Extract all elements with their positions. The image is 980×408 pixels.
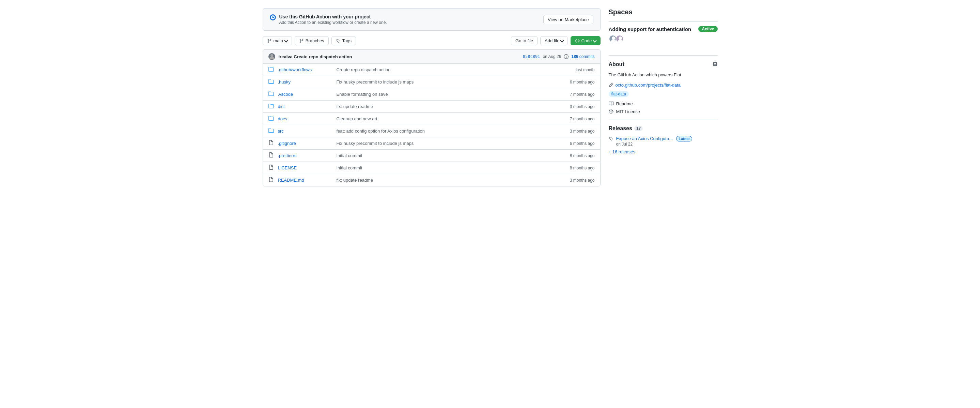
file-date: 3 months ago	[570, 129, 595, 134]
commit-hash[interactable]: 858c891	[523, 54, 540, 59]
folder-icon	[269, 67, 274, 73]
code-icon	[575, 38, 580, 43]
about-section: About The GitHub Action which powers Fla…	[609, 55, 718, 114]
release-info: Expose an Axios Configura... Latest on J…	[616, 135, 692, 147]
file-icon	[269, 177, 274, 183]
svg-point-1	[270, 54, 273, 57]
link-icon	[609, 83, 614, 87]
folder-icon	[269, 116, 274, 122]
book-icon	[609, 101, 614, 106]
file-name[interactable]: .gitignore	[278, 141, 332, 146]
file-date: 6 months ago	[570, 80, 595, 84]
table-row: .vscodeEnable formatting on save7 months…	[263, 88, 600, 100]
release-name[interactable]: Expose an Axios Configura...	[616, 136, 673, 141]
banner-text: Use this GitHub Action with your project…	[279, 14, 387, 25]
about-link[interactable]: octo.github.com/projects/flat-data	[609, 83, 718, 88]
marketplace-button[interactable]: View on Marketplace	[543, 15, 593, 24]
file-table: irealva Create repo dispatch action 858c…	[262, 49, 601, 186]
file-name[interactable]: dist	[278, 104, 332, 109]
commit-author-avatar	[269, 53, 275, 60]
go-to-file-button[interactable]: Go to file	[511, 36, 538, 45]
code-chevron-icon	[593, 38, 597, 42]
license-row: MIT License	[609, 109, 718, 114]
more-releases-link[interactable]: + 16 releases	[609, 149, 718, 155]
law-icon	[609, 109, 614, 114]
file-name[interactable]: .github/workflows	[278, 67, 332, 72]
branches-icon	[299, 38, 304, 43]
add-file-label: Add file	[545, 38, 559, 43]
action-icon	[270, 14, 276, 21]
file-name[interactable]: LICENSE	[278, 165, 332, 171]
file-date: 8 months ago	[570, 166, 595, 171]
action-banner: Use this GitHub Action with your project…	[262, 8, 601, 31]
file-commit-message: feat: add config option for Axios config…	[337, 129, 566, 134]
license-label[interactable]: MIT License	[616, 109, 640, 114]
releases-title: Releases	[609, 126, 632, 132]
about-header: About	[609, 61, 718, 67]
releases-header: Releases 17	[609, 126, 718, 132]
commit-meta: 858c891 on Aug 26 186 commits	[523, 54, 595, 59]
table-row: LICENSEInitial commit8 months ago	[263, 162, 600, 174]
table-row: .gitignoreFix husky precommit to include…	[263, 137, 600, 150]
release-item: Expose an Axios Configura... Latest on J…	[609, 135, 718, 147]
file-commit-message: Fix husky precommit to include js maps	[337, 141, 566, 146]
file-icon	[269, 152, 274, 159]
about-title: About	[609, 61, 624, 67]
space-name: Adding support for authentication	[609, 26, 691, 32]
space-item: Adding support for authentication Active	[609, 21, 718, 47]
branch-toolbar-right: Go to file Add file Code	[511, 36, 600, 45]
file-name[interactable]: .husky	[278, 80, 332, 84]
commit-author[interactable]: irealva	[278, 54, 293, 59]
clock-icon	[564, 54, 568, 59]
file-commit-message: fix: update readme	[337, 104, 566, 109]
branches-button[interactable]: Branches	[295, 36, 329, 45]
add-file-button[interactable]: Add file	[540, 36, 568, 45]
file-date: last month	[576, 67, 594, 72]
commit-msg-text[interactable]: Create repo dispatch action	[294, 54, 352, 59]
svg-point-3	[619, 37, 622, 40]
gear-icon[interactable]	[712, 61, 718, 67]
releases-section: Releases 17 Expose an Axios Configura...…	[609, 120, 718, 155]
latest-badge: Latest	[676, 136, 692, 142]
commit-date: on Aug 26	[542, 54, 561, 59]
file-rows: .github/workflowsCreate repo dispatch ac…	[263, 64, 600, 186]
about-tags: flat-data	[609, 91, 718, 97]
file-icon	[269, 165, 274, 171]
file-date: 6 months ago	[570, 141, 595, 146]
commits-link[interactable]: 186 commits	[571, 54, 594, 59]
file-name[interactable]: docs	[278, 116, 332, 121]
branch-selector[interactable]: main	[262, 36, 292, 45]
branch-chevron-icon	[284, 38, 288, 42]
banner-subtitle: Add this Action to an existing workflow …	[279, 20, 387, 25]
folder-icon	[269, 103, 274, 110]
active-badge: Active	[698, 26, 718, 32]
file-commit-message: fix: update readme	[337, 178, 566, 183]
banner-left: Use this GitHub Action with your project…	[270, 14, 387, 25]
file-name[interactable]: .vscode	[278, 92, 332, 97]
tag-flat-data[interactable]: flat-data	[609, 91, 629, 97]
readme-row: Readme	[609, 101, 718, 106]
file-name[interactable]: src	[278, 129, 332, 134]
folder-icon	[269, 128, 274, 134]
file-date: 3 months ago	[570, 104, 595, 109]
file-name[interactable]: .prettierrc	[278, 153, 332, 158]
table-row: .huskyFix husky precommit to include js …	[263, 76, 600, 88]
file-name[interactable]: README.md	[278, 178, 332, 183]
table-row: README.mdfix: update readme3 months ago	[263, 174, 600, 186]
spaces-section: Spaces Adding support for authentication…	[609, 8, 718, 47]
tags-button[interactable]: Tags	[331, 36, 356, 45]
file-date: 7 months ago	[570, 116, 595, 121]
readme-label[interactable]: Readme	[616, 101, 633, 106]
file-date: 7 months ago	[570, 92, 595, 97]
code-button[interactable]: Code	[571, 36, 600, 45]
sidebar: Spaces Adding support for authentication…	[609, 8, 718, 186]
release-date: on Jul 22	[616, 142, 692, 147]
commit-header: irealva Create repo dispatch action 858c…	[263, 50, 600, 64]
space-avatars	[609, 35, 718, 43]
branch-toolbar: main Branches Tags Go to file	[262, 36, 601, 45]
space-avatar-2	[616, 35, 624, 43]
tag-release-icon	[609, 136, 614, 141]
space-header: Adding support for authentication Active	[609, 26, 718, 32]
table-row: distfix: update readme3 months ago	[263, 100, 600, 113]
releases-count: 17	[634, 126, 643, 131]
